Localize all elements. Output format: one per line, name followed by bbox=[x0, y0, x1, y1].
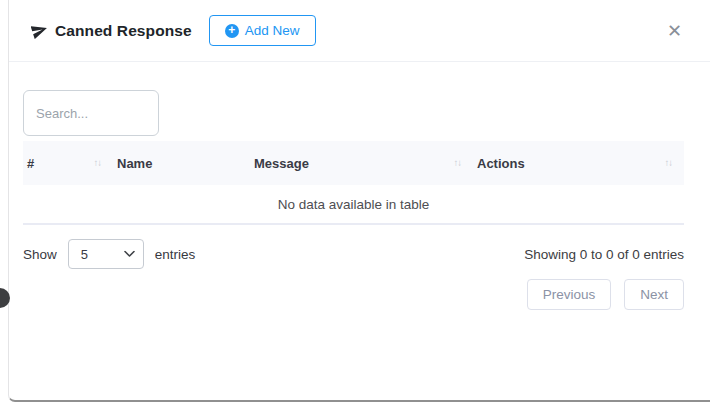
column-header-name[interactable]: Name bbox=[113, 156, 250, 171]
sort-icon[interactable]: ↑↓ bbox=[454, 157, 462, 168]
canned-response-table: # ↑↓ Name Message ↑↓ Actions ↑↓ No data … bbox=[23, 141, 684, 225]
table-info-text: Showing 0 to 0 of 0 entries bbox=[524, 247, 684, 262]
column-header-actions[interactable]: Actions ↑↓ bbox=[473, 156, 684, 171]
table-footer: Show 5 entries Showing 0 to 0 of 0 entri… bbox=[23, 239, 684, 269]
empty-message: No data available in table bbox=[278, 197, 430, 212]
search-input[interactable] bbox=[23, 90, 159, 136]
sort-icon[interactable]: ↑↓ bbox=[665, 157, 673, 168]
page-length-control: Show 5 entries bbox=[23, 239, 195, 269]
show-label: Show bbox=[23, 247, 57, 262]
canned-response-modal: Canned Response + Add New ✕ # ↑↓ Name Me… bbox=[8, 0, 710, 402]
plus-circle-icon: + bbox=[225, 24, 239, 38]
close-icon[interactable]: ✕ bbox=[663, 20, 686, 42]
previous-button[interactable]: Previous bbox=[527, 279, 612, 310]
send-icon bbox=[31, 22, 48, 39]
table-empty-row: No data available in table bbox=[23, 185, 684, 225]
sort-icon[interactable]: ↑↓ bbox=[94, 157, 102, 168]
add-new-label: Add New bbox=[245, 23, 300, 38]
page-length-select[interactable]: 5 bbox=[68, 239, 144, 269]
entries-label: entries bbox=[155, 247, 196, 262]
add-new-button[interactable]: + Add New bbox=[209, 15, 316, 46]
pagination: Previous Next bbox=[23, 279, 684, 310]
next-button[interactable]: Next bbox=[624, 279, 684, 310]
table-header-row: # ↑↓ Name Message ↑↓ Actions ↑↓ bbox=[23, 141, 684, 185]
modal-body: # ↑↓ Name Message ↑↓ Actions ↑↓ No data … bbox=[9, 62, 710, 310]
column-header-message[interactable]: Message ↑↓ bbox=[250, 156, 473, 171]
modal-title: Canned Response bbox=[55, 22, 192, 40]
column-header-index[interactable]: # ↑↓ bbox=[23, 156, 113, 171]
modal-header: Canned Response + Add New ✕ bbox=[9, 0, 710, 62]
